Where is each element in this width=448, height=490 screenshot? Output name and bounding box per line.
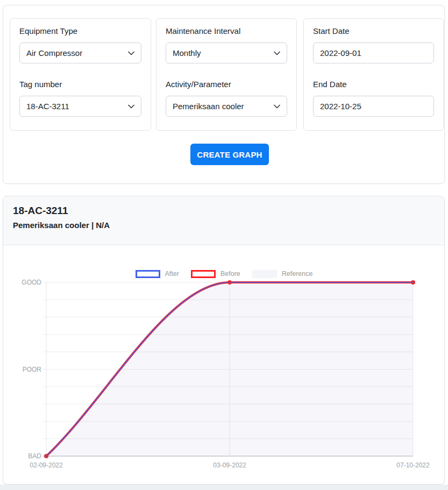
tag-number-select[interactable]: 18-AC-3211 — [19, 96, 141, 117]
activity-parameter-value: Pemeriksaan cooler — [173, 102, 244, 111]
end-date-label: End Date — [313, 80, 434, 89]
maintenance-interval-value: Monthly — [173, 48, 201, 58]
chart-subtitle: Pemeriksaan cooler | N/A — [13, 219, 435, 231]
svg-text:BAD: BAD — [28, 452, 41, 460]
activity-parameter-label: Activity/Parameter — [166, 80, 287, 89]
legend-label-reference: Reference — [282, 270, 313, 278]
start-date-input[interactable]: 2022-09-01 — [313, 42, 434, 63]
equipment-panel: Equipment Type Air Compressor Tag number… — [10, 18, 151, 131]
end-date-value: 2022-10-25 — [320, 102, 361, 111]
svg-text:07-10-2022: 07-10-2022 — [396, 461, 430, 469]
tag-number-label: Tag number — [19, 80, 141, 89]
legend-label-after: After — [165, 270, 179, 278]
chart-card: 18-AC-3211 Pemeriksaan cooler | N/A Afte… — [3, 196, 445, 485]
filter-card: Equipment Type Air Compressor Tag number… — [3, 5, 445, 184]
start-date-value: 2022-09-01 — [320, 48, 361, 58]
start-date-label: Start Date — [313, 27, 434, 35]
maintenance-interval-label: Maintenance Interval — [166, 27, 287, 35]
chart-svg: GOODPOORBAD02-09-202203-09-202207-10-202… — [11, 278, 437, 480]
chevron-down-icon — [274, 104, 280, 109]
legend-item-before[interactable]: Before — [191, 270, 240, 278]
legend-swatch-before — [191, 270, 216, 278]
legend-item-reference[interactable]: Reference — [252, 270, 313, 278]
svg-text:GOOD: GOOD — [22, 279, 41, 286]
chevron-down-icon — [128, 104, 134, 109]
page: Equipment Type Air Compressor Tag number… — [0, 0, 448, 490]
bottom-strip — [0, 485, 448, 490]
legend-swatch-after — [136, 270, 160, 278]
chevron-down-icon — [128, 51, 134, 55]
svg-text:POOR: POOR — [23, 366, 42, 373]
date-panel: Start Date 2022-09-01 End Date 2022-10-2… — [303, 18, 444, 131]
end-date-input[interactable]: 2022-10-25 — [313, 96, 434, 117]
equipment-type-label: Equipment Type — [19, 27, 141, 35]
svg-text:02-09-2022: 02-09-2022 — [30, 461, 63, 469]
chevron-down-icon — [274, 51, 280, 55]
chart-title: 18-AC-3211 — [13, 204, 435, 217]
legend-label-before: Before — [221, 270, 240, 278]
equipment-type-select[interactable]: Air Compressor — [19, 42, 141, 63]
legend-swatch-reference — [252, 270, 277, 278]
chart-legend: After Before Reference — [11, 269, 437, 278]
chart-body: After Before Reference GOODPOORBAD02-09-… — [11, 245, 437, 482]
maintenance-interval-select[interactable]: Monthly — [166, 42, 287, 63]
chart-header: 18-AC-3211 Pemeriksaan cooler | N/A — [3, 196, 444, 245]
tag-number-value: 18-AC-3211 — [26, 102, 69, 111]
equipment-type-value: Air Compressor — [26, 48, 82, 58]
legend-item-after[interactable]: After — [136, 270, 179, 278]
create-graph-button[interactable]: CREATE GRAPH — [190, 144, 269, 165]
activity-parameter-select[interactable]: Pemeriksaan cooler — [166, 96, 287, 117]
svg-text:03-09-2022: 03-09-2022 — [213, 461, 246, 469]
maintenance-panel: Maintenance Interval Monthly Activity/Pa… — [156, 18, 297, 131]
